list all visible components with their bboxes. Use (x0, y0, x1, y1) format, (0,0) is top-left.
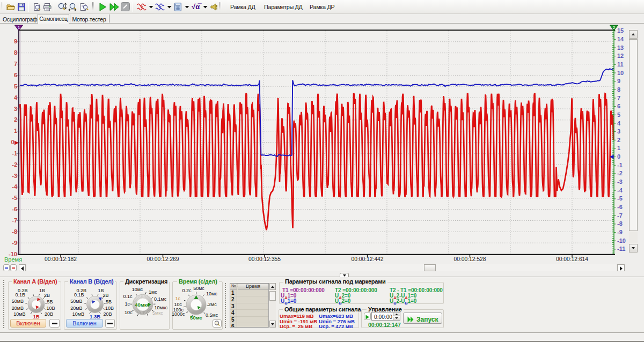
svg-text:0: 0 (11, 139, 14, 145)
svg-text:10мВ: 10мВ (13, 311, 25, 317)
svg-text:5В: 5В (106, 299, 112, 304)
svg-text:-6: -6 (12, 206, 17, 212)
svg-text:4: 4 (14, 94, 18, 101)
svg-text:-6: -6 (617, 204, 623, 210)
svg-text:50мВ: 50мВ (70, 299, 82, 304)
svg-text:10с: 10с (174, 302, 182, 307)
svg-text:0.5мс: 0.5мс (206, 313, 218, 318)
svg-text:00:00:12:528: 00:00:12:528 (453, 256, 486, 262)
svg-text:1с: 1с (175, 296, 180, 301)
svg-text:1: 1 (617, 145, 620, 151)
svg-text:-9: -9 (617, 229, 623, 235)
svg-text:0.1с: 0.1с (123, 294, 133, 299)
svg-text:3: 3 (14, 106, 17, 112)
svg-text:9: 9 (617, 78, 620, 84)
svg-text:00:00:12:182: 00:00:12:182 (45, 256, 77, 262)
svg-text:1с: 1с (125, 301, 130, 307)
svg-text:50мс: 50мс (193, 286, 204, 291)
svg-text:10мкс: 10мкс (155, 305, 168, 310)
svg-text:00:00:12:269: 00:00:12:269 (147, 256, 179, 262)
svg-text:-3: -3 (12, 173, 17, 179)
svg-text:8: 8 (14, 49, 17, 56)
svg-text:2: 2 (617, 137, 620, 143)
svg-text:00:00:12:614: 00:00:12:614 (556, 256, 588, 262)
svg-text:-1: -1 (617, 162, 623, 168)
svg-text:-4: -4 (617, 187, 623, 194)
svg-text:0.2с: 0.2с (182, 288, 192, 293)
svg-text:-1: -1 (12, 150, 17, 157)
svg-text:-3: -3 (617, 179, 623, 185)
svg-text:-2: -2 (617, 170, 623, 176)
svg-text:7: 7 (617, 95, 620, 101)
svg-text:1: 1 (14, 128, 17, 134)
svg-text:0.1В: 0.1В (74, 292, 84, 298)
svg-text:3: 3 (617, 128, 620, 135)
svg-text:10мс: 10мс (206, 291, 217, 296)
svg-text:50мс: 50мс (190, 315, 202, 321)
svg-text:00:00:12:442: 00:00:12:442 (351, 256, 383, 262)
svg-text:-7: -7 (617, 212, 623, 219)
svg-text:4: 4 (617, 120, 621, 127)
svg-text:1: 1 (18, 25, 20, 30)
svg-text:0: 0 (617, 153, 620, 160)
svg-text:-9: -9 (12, 240, 17, 246)
svg-text:11: 11 (617, 61, 624, 68)
svg-text:20В: 20В (104, 311, 112, 317)
svg-text:9: 9 (14, 38, 17, 44)
svg-text:2В: 2В (44, 293, 50, 298)
svg-text:6: 6 (14, 72, 17, 78)
svg-text:00:00:12:355: 00:00:12:355 (248, 256, 281, 262)
svg-text:15: 15 (617, 27, 624, 34)
svg-text:-11: -11 (617, 246, 625, 252)
svg-text:10мс: 10мс (132, 287, 143, 292)
svg-text:50мВ: 50мВ (12, 299, 24, 304)
svg-text:5мкс: 5мкс (152, 310, 163, 316)
svg-text:-8: -8 (617, 220, 623, 227)
svg-text:40мкс: 40мкс (135, 302, 150, 308)
svg-text:-5: -5 (12, 195, 17, 201)
svg-text:8: 8 (617, 86, 620, 93)
svg-text:10В: 10В (47, 306, 55, 311)
svg-text:13: 13 (617, 44, 624, 51)
svg-text:5В: 5В (47, 299, 53, 304)
svg-text:10с: 10с (125, 310, 133, 315)
svg-text:6: 6 (617, 103, 620, 109)
svg-text:1000с: 1000с (172, 311, 185, 317)
svg-text:2В: 2В (103, 293, 109, 298)
svg-text:20мВ: 20мВ (12, 306, 24, 311)
svg-text:-4: -4 (12, 183, 18, 190)
svg-text:20мВ: 20мВ (70, 306, 82, 311)
svg-text:10мВ: 10мВ (72, 311, 84, 317)
svg-text:-7: -7 (12, 217, 17, 224)
svg-text:7: 7 (14, 61, 17, 67)
svg-text:-2: -2 (12, 161, 17, 168)
svg-text:0.1В: 0.1В (15, 292, 25, 298)
svg-text:20В: 20В (45, 311, 53, 317)
svg-text:-8: -8 (12, 228, 17, 235)
svg-text:5: 5 (617, 111, 620, 118)
svg-text:-5: -5 (617, 195, 623, 202)
svg-text:10: 10 (617, 70, 624, 76)
svg-text:1мс: 1мс (149, 289, 157, 295)
svg-text:-10: -10 (617, 237, 626, 244)
svg-text:2: 2 (613, 25, 616, 30)
svg-text:5: 5 (14, 83, 17, 90)
svg-text:10В: 10В (105, 306, 114, 311)
svg-text:Время: Время (4, 256, 22, 263)
svg-text:14: 14 (617, 36, 624, 42)
svg-text:2мс: 2мс (208, 302, 217, 307)
svg-text:2: 2 (14, 116, 17, 123)
svg-text:0.1мс: 0.1мс (154, 296, 167, 302)
svg-text:12: 12 (617, 53, 624, 59)
